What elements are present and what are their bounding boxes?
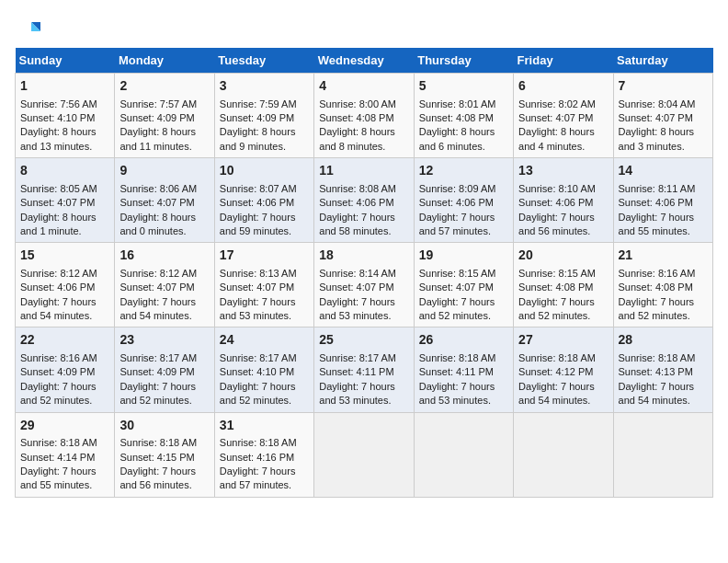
sunset-label: Sunset: 4:06 PM: [518, 197, 593, 208]
daylight-label: Daylight: 7 hours and 57 minutes.: [220, 465, 296, 490]
sunset-label: Sunset: 4:06 PM: [419, 197, 494, 208]
sunset-label: Sunset: 4:09 PM: [119, 112, 194, 123]
header-wednesday: Wednesday: [314, 48, 414, 74]
logo-icon: [15, 18, 42, 40]
sunset-label: Sunset: 4:06 PM: [220, 197, 294, 208]
header-monday: Monday: [115, 48, 214, 74]
sunset-label: Sunset: 4:08 PM: [619, 282, 693, 293]
day-number: 22: [20, 331, 109, 350]
sunrise-label: Sunrise: 8:13 AM: [220, 268, 297, 279]
daylight-label: Daylight: 7 hours and 52 minutes.: [119, 381, 196, 406]
daylight-label: Daylight: 7 hours and 55 minutes.: [20, 465, 97, 490]
sunrise-label: Sunrise: 8:16 AM: [619, 268, 696, 279]
calendar-cell: 2 Sunrise: 7:57 AM Sunset: 4:09 PM Dayli…: [115, 74, 214, 158]
calendar-cell: 31 Sunrise: 8:18 AM Sunset: 4:16 PM Dayl…: [214, 412, 313, 497]
sunrise-label: Sunrise: 8:18 AM: [419, 352, 496, 363]
calendar-cell: 1 Sunrise: 7:56 AM Sunset: 4:10 PM Dayli…: [16, 74, 115, 158]
sunset-label: Sunset: 4:10 PM: [220, 366, 294, 377]
sunrise-label: Sunrise: 8:12 AM: [119, 268, 197, 279]
header-friday: Friday: [514, 48, 613, 74]
sunrise-label: Sunrise: 8:18 AM: [619, 352, 696, 363]
sunrise-label: Sunrise: 8:08 AM: [319, 183, 396, 194]
sunrise-label: Sunrise: 8:18 AM: [220, 437, 297, 448]
sunrise-label: Sunrise: 8:00 AM: [319, 98, 396, 109]
sunset-label: Sunset: 4:08 PM: [319, 112, 393, 123]
daylight-label: Daylight: 7 hours and 56 minutes.: [518, 212, 595, 236]
sunrise-label: Sunrise: 8:17 AM: [220, 352, 297, 363]
sunset-label: Sunset: 4:07 PM: [319, 282, 393, 293]
calendar-cell: 16 Sunrise: 8:12 AM Sunset: 4:07 PM Dayl…: [115, 243, 214, 327]
header-sunday: Sunday: [16, 48, 115, 74]
day-number: 12: [419, 162, 508, 180]
sunrise-label: Sunrise: 8:09 AM: [419, 183, 496, 194]
sunrise-label: Sunrise: 8:15 AM: [419, 268, 496, 279]
daylight-label: Daylight: 7 hours and 59 minutes.: [220, 212, 296, 236]
day-number: 6: [518, 77, 608, 96]
week-row-2: 8 Sunrise: 8:05 AM Sunset: 4:07 PM Dayli…: [16, 158, 713, 243]
sunset-label: Sunset: 4:07 PM: [119, 282, 194, 293]
day-number: 25: [319, 331, 408, 350]
day-number: 23: [119, 331, 209, 350]
sunrise-label: Sunrise: 8:17 AM: [119, 352, 197, 363]
day-number: 18: [319, 247, 408, 265]
day-number: 19: [419, 247, 508, 265]
calendar-cell: 17 Sunrise: 8:13 AM Sunset: 4:07 PM Dayl…: [214, 243, 313, 327]
daylight-label: Daylight: 7 hours and 57 minutes.: [419, 212, 495, 236]
sunrise-label: Sunrise: 8:01 AM: [419, 98, 496, 109]
week-row-4: 22 Sunrise: 8:16 AM Sunset: 4:09 PM Dayl…: [16, 327, 713, 412]
day-number: 4: [319, 77, 408, 96]
sunrise-label: Sunrise: 8:15 AM: [518, 268, 596, 279]
day-number: 24: [220, 331, 309, 350]
calendar-cell: 15 Sunrise: 8:12 AM Sunset: 4:06 PM Dayl…: [16, 243, 115, 327]
day-number: 8: [20, 162, 109, 180]
sunrise-label: Sunrise: 8:05 AM: [20, 183, 97, 194]
calendar-cell: [414, 412, 513, 497]
calendar-cell: 14 Sunrise: 8:11 AM Sunset: 4:06 PM Dayl…: [613, 158, 712, 243]
daylight-label: Daylight: 7 hours and 55 minutes.: [619, 212, 695, 236]
sunrise-label: Sunrise: 8:04 AM: [619, 98, 696, 109]
calendar-cell: 8 Sunrise: 8:05 AM Sunset: 4:07 PM Dayli…: [16, 158, 115, 243]
sunrise-label: Sunrise: 8:14 AM: [319, 268, 396, 279]
sunrise-label: Sunrise: 8:07 AM: [220, 183, 297, 194]
day-number: 15: [20, 247, 109, 265]
calendar-cell: 9 Sunrise: 8:06 AM Sunset: 4:07 PM Dayli…: [115, 158, 214, 243]
daylight-label: Daylight: 7 hours and 52 minutes.: [619, 296, 695, 321]
calendar-cell: 23 Sunrise: 8:17 AM Sunset: 4:09 PM Dayl…: [115, 327, 214, 412]
day-number: 21: [619, 247, 708, 265]
sunset-label: Sunset: 4:06 PM: [319, 197, 393, 208]
sunset-label: Sunset: 4:07 PM: [419, 282, 494, 293]
daylight-label: Daylight: 7 hours and 54 minutes.: [619, 381, 695, 406]
day-number: 9: [119, 162, 209, 180]
daylight-label: Daylight: 7 hours and 54 minutes.: [518, 381, 595, 406]
calendar-cell: 5 Sunrise: 8:01 AM Sunset: 4:08 PM Dayli…: [414, 74, 513, 158]
calendar-cell: [314, 412, 414, 497]
header-saturday: Saturday: [613, 48, 712, 74]
daylight-label: Daylight: 7 hours and 52 minutes.: [419, 296, 495, 321]
day-number: 3: [220, 77, 309, 96]
daylight-label: Daylight: 7 hours and 52 minutes.: [220, 381, 296, 406]
daylight-label: Daylight: 8 hours and 8 minutes.: [319, 126, 395, 151]
sunset-label: Sunset: 4:12 PM: [518, 366, 593, 377]
calendar-cell: 26 Sunrise: 8:18 AM Sunset: 4:11 PM Dayl…: [414, 327, 513, 412]
sunset-label: Sunset: 4:07 PM: [20, 197, 95, 208]
calendar-cell: 12 Sunrise: 8:09 AM Sunset: 4:06 PM Dayl…: [414, 158, 513, 243]
sunset-label: Sunset: 4:10 PM: [20, 112, 95, 123]
daylight-label: Daylight: 8 hours and 1 minute.: [20, 212, 97, 236]
calendar-cell: 24 Sunrise: 8:17 AM Sunset: 4:10 PM Dayl…: [214, 327, 313, 412]
sunrise-label: Sunrise: 8:18 AM: [20, 437, 97, 448]
sunset-label: Sunset: 4:11 PM: [319, 366, 393, 377]
calendar-cell: 10 Sunrise: 8:07 AM Sunset: 4:06 PM Dayl…: [214, 158, 313, 243]
day-number: 16: [119, 247, 209, 265]
calendar-cell: 30 Sunrise: 8:18 AM Sunset: 4:15 PM Dayl…: [115, 412, 214, 497]
sunset-label: Sunset: 4:14 PM: [20, 452, 95, 463]
header-tuesday: Tuesday: [214, 48, 313, 74]
day-number: 29: [20, 417, 109, 435]
sunset-label: Sunset: 4:09 PM: [119, 366, 194, 377]
day-number: 10: [220, 162, 309, 180]
sunrise-label: Sunrise: 8:11 AM: [619, 183, 696, 194]
sunrise-label: Sunrise: 8:12 AM: [20, 268, 97, 279]
calendar-cell: 13 Sunrise: 8:10 AM Sunset: 4:06 PM Dayl…: [514, 158, 613, 243]
sunset-label: Sunset: 4:07 PM: [119, 197, 194, 208]
daylight-label: Daylight: 7 hours and 53 minutes.: [319, 296, 395, 321]
calendar-cell: 18 Sunrise: 8:14 AM Sunset: 4:07 PM Dayl…: [314, 243, 414, 327]
